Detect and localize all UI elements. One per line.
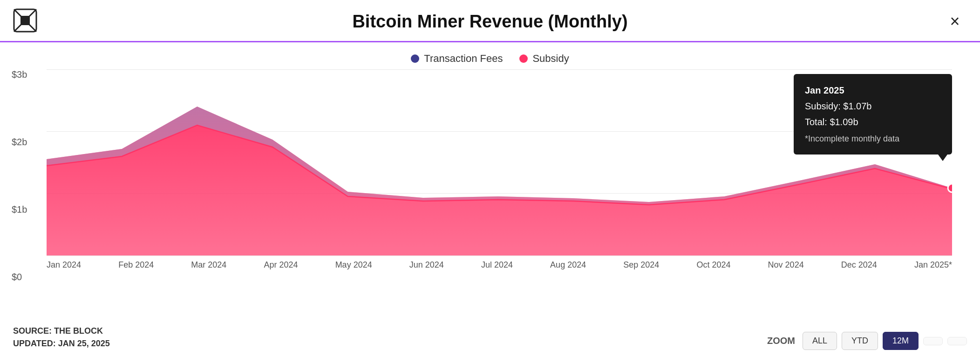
chart-canvas: Jan 2025 Subsidy: $1.07b Total: $1.09b *… [47,69,952,255]
tooltip-total-value: $1.09b [830,117,858,127]
tooltip-subsidy-label: Subsidy: [805,101,841,111]
grid-line-0 [47,255,952,256]
y-label-2b: $2b [12,137,27,148]
zoom-12m-button[interactable]: 12M [883,332,919,350]
x-label-feb24: Feb 2024 [118,260,154,270]
x-label-jun24: Jun 2024 [409,260,444,270]
chart-title: Bitcoin Miner Revenue (Monthly) [37,12,943,32]
close-button[interactable]: × [943,9,967,34]
tooltip-date: Jan 2025 [805,82,941,98]
zoom-ytd-button[interactable]: YTD [842,332,878,350]
legend-item-subsidy: Subsidy [519,53,569,65]
x-label-jan25: Jan 2025* [914,260,952,270]
y-axis-labels: $3b $2b $1b $0 [12,69,27,283]
zoom-btn-5[interactable] [947,337,967,345]
x-label-jan24: Jan 2024 [47,260,81,270]
logo-icon [13,8,37,34]
x-label-sep24: Sep 2024 [623,260,659,270]
chart-tooltip: Jan 2025 Subsidy: $1.07b Total: $1.09b *… [794,74,952,155]
y-label-0: $0 [12,272,27,282]
x-axis-labels: Jan 2024 Feb 2024 Mar 2024 Apr 2024 May … [47,255,952,270]
x-label-apr24: Apr 2024 [264,260,298,270]
zoom-btn-4[interactable] [923,337,943,345]
x-label-may24: May 2024 [335,260,372,270]
y-label-3b: $3b [12,69,27,80]
legend-dot-fees [411,54,419,63]
legend-item-fees: Transaction Fees [411,53,503,65]
zoom-label: ZOOM [767,336,795,346]
x-label-oct24: Oct 2024 [696,260,730,270]
x-label-jul24: Jul 2024 [481,260,513,270]
header: Bitcoin Miner Revenue (Monthly) × [0,0,980,34]
x-label-mar24: Mar 2024 [191,260,226,270]
tooltip-total: Total: $1.09b [805,114,941,130]
legend-label-fees: Transaction Fees [424,53,503,65]
x-label-dec24: Dec 2024 [841,260,877,270]
tooltip-subsidy: Subsidy: $1.07b [805,98,941,114]
x-label-nov24: Nov 2024 [768,260,804,270]
tooltip-note: *Incomplete monthly data [805,132,941,146]
legend-dot-subsidy [519,54,528,63]
source-line2: UPDATED: JAN 25, 2025 [13,337,110,350]
source-info: SOURCE: THE BLOCK UPDATED: JAN 25, 2025 [13,325,110,350]
svg-rect-3 [20,16,30,25]
data-point-marker [948,184,952,192]
source-line1: SOURCE: THE BLOCK [13,325,110,337]
x-label-aug24: Aug 2024 [550,260,586,270]
legend-label-subsidy: Subsidy [532,53,569,65]
y-label-1b: $1b [12,204,27,215]
zoom-controls: ZOOM ALL YTD 12M [767,332,967,350]
tooltip-subsidy-value: $1.07b [843,101,871,111]
zoom-all-button[interactable]: ALL [803,332,837,350]
chart-legend: Transaction Fees Subsidy [0,42,980,69]
tooltip-total-label: Total: [805,117,827,127]
